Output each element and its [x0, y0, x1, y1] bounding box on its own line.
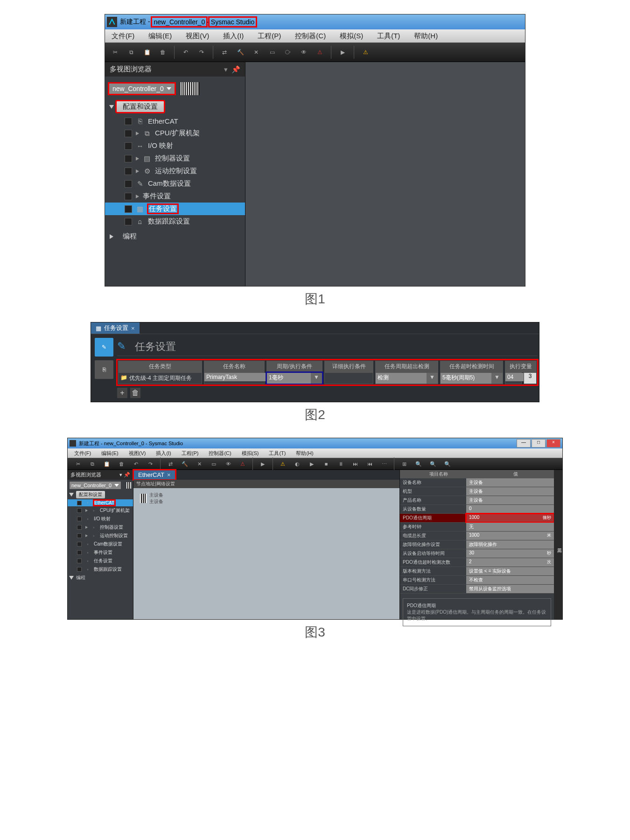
controller-selector[interactable]: new_Controller_0	[70, 482, 121, 489]
overrun-dropdown[interactable]: 检测	[376, 373, 427, 384]
prop-value[interactable]: 主设备	[466, 487, 554, 496]
dropdown-icon[interactable]: ▼	[491, 373, 503, 384]
paste-icon[interactable]: 📋	[140, 46, 154, 59]
prop-value[interactable]: 不检查	[466, 576, 554, 584]
tool-icon[interactable]: 🔨	[178, 457, 191, 470]
tree-item[interactable]: ▫CPU/扩展机架	[68, 506, 133, 515]
menu-tools[interactable]: 工具(T)	[374, 31, 403, 42]
menu-help[interactable]: 帮助(H)	[411, 31, 441, 42]
tool-icon[interactable]: ✕	[193, 457, 206, 470]
transfer-icon[interactable]: ⇄	[218, 46, 231, 59]
menu-file[interactable]: 文件(F)	[109, 31, 137, 42]
prop-value[interactable]: 主设备	[466, 478, 554, 487]
menu-simulate[interactable]: 模拟(S)	[239, 449, 262, 458]
menu-simulate[interactable]: 模拟(S)	[337, 31, 366, 42]
tool-icon[interactable]: 📋	[100, 457, 113, 470]
prop-value[interactable]: 主设备	[466, 496, 554, 504]
tree-item[interactable]: ▫EtherCAT	[68, 499, 133, 506]
prop-value[interactable]: 30秒	[466, 549, 554, 558]
delete-button[interactable]: 🗑	[130, 388, 140, 398]
tree-item[interactable]: ⎘EtherCAT	[105, 115, 245, 127]
toolbox-tab[interactable]: 工具箱	[554, 470, 562, 619]
menu-help[interactable]: 帮助(H)	[293, 449, 316, 458]
prop-value[interactable]: 0	[466, 505, 554, 513]
master-device[interactable]: 主设备主设备	[135, 490, 398, 507]
task-name-input[interactable]	[204, 373, 268, 381]
cut-icon[interactable]: ✂	[109, 46, 122, 59]
menu-project[interactable]: 工程(P)	[255, 31, 284, 42]
menu-edit[interactable]: 编辑(E)	[98, 449, 121, 458]
dropdown-icon[interactable]: ▼	[427, 373, 438, 384]
controller-selector[interactable]: new_Controller_0	[109, 82, 241, 95]
tree-item[interactable]: ▤控制器设置	[105, 152, 245, 165]
menu-view[interactable]: 视图(V)	[183, 31, 212, 42]
menu-insert[interactable]: 插入(I)	[153, 449, 174, 458]
tab-task-settings[interactable]: ▦任务设置 ×	[91, 322, 140, 334]
prop-value[interactable]: 1000微秒	[466, 514, 554, 522]
menu-edit[interactable]: 编辑(E)	[146, 31, 175, 42]
tool-icon[interactable]: ⏮	[363, 457, 376, 470]
menu-project[interactable]: 工程(P)	[179, 449, 202, 458]
tool-icon[interactable]: ⊞	[398, 457, 411, 470]
tool-icon[interactable]: ⏸	[334, 457, 347, 470]
zoom-icon[interactable]: 🔍	[427, 457, 440, 470]
prop-value[interactable]: 无	[466, 523, 554, 531]
zoom-icon[interactable]: 🔍	[412, 457, 425, 470]
prop-value[interactable]: 故障弱化操作	[466, 540, 554, 549]
tree-item[interactable]: ▫控制器设置	[68, 523, 133, 532]
tree-item[interactable]: ▫I/O 映射	[68, 515, 133, 523]
binoculars-icon[interactable]: 👁	[297, 46, 310, 59]
tool-icon[interactable]: ⇄	[164, 457, 177, 470]
tool-icon[interactable]: ▭	[207, 457, 220, 470]
tool-icon[interactable]: ⧉	[86, 457, 99, 470]
edit-button[interactable]: ✎	[95, 338, 113, 357]
tool-icon[interactable]: ✂	[71, 457, 84, 470]
prop-value[interactable]: 禁用从设备监控选项	[466, 585, 554, 593]
tool-icon[interactable]: ■	[320, 457, 333, 470]
menu-view[interactable]: 视图(V)	[126, 449, 149, 458]
menu-insert[interactable]: 插入(I)	[220, 31, 246, 42]
timeout-dropdown[interactable]: 5毫秒(周期5)	[441, 373, 491, 384]
tool-icon[interactable]: ▶	[305, 457, 318, 470]
tool-icon[interactable]: ↶	[129, 457, 142, 470]
tree-item[interactable]: ⚙运动控制设置	[105, 165, 245, 177]
add-button[interactable]: +	[117, 388, 127, 398]
copy-icon[interactable]: ⧉	[125, 46, 138, 59]
menu-tools[interactable]: 工具(T)	[266, 449, 288, 458]
menu-controller[interactable]: 控制器(C)	[206, 449, 234, 458]
tree-item[interactable]: ▫Cam数据设置	[68, 540, 133, 548]
tree-item[interactable]: ▫运动控制设置	[68, 532, 133, 540]
minimize-button[interactable]: —	[517, 439, 531, 448]
zoom-icon[interactable]: 🔍	[441, 457, 454, 470]
tree-item[interactable]: ✎Cam数据设置	[105, 177, 245, 190]
warning-icon[interactable]: ⚠	[359, 46, 372, 59]
prop-value[interactable]: 2次	[466, 558, 554, 567]
period-dropdown[interactable]: 1毫秒	[267, 373, 311, 384]
settings-button[interactable]: ⎘	[95, 360, 113, 379]
undo-icon[interactable]: ↶	[179, 46, 192, 59]
tool-icon[interactable]: ✕	[250, 46, 263, 59]
close-button[interactable]: ×	[546, 439, 560, 448]
tree-category-config[interactable]: 配置和设置	[110, 101, 240, 112]
tool-icon[interactable]: ⧂	[281, 46, 294, 59]
close-icon[interactable]: ×	[131, 325, 135, 332]
redo-icon[interactable]: ↷	[195, 46, 208, 59]
tool-icon[interactable]: ↷	[144, 457, 157, 470]
tool-icon[interactable]: ▶	[256, 457, 269, 470]
menu-controller[interactable]: 控制器(C)	[292, 31, 329, 42]
tool-icon[interactable]: ⚠	[236, 457, 249, 470]
tree-item[interactable]: ▫任务设置	[68, 557, 133, 565]
prop-value[interactable]: 1000米	[466, 532, 554, 540]
tree-category-programming[interactable]: 编程	[110, 231, 240, 242]
var1-input[interactable]	[505, 373, 525, 381]
tree-item[interactable]: ⩍数据跟踪设置	[105, 215, 245, 228]
tool-icon[interactable]: ⋯	[378, 457, 391, 470]
tool-icon[interactable]: ◐	[291, 457, 304, 470]
tool-icon[interactable]: ⚠	[276, 457, 289, 470]
prop-value[interactable]: 设置值 < = 实际设备	[466, 567, 554, 575]
tree-item[interactable]: ▦任务设置	[105, 203, 245, 215]
tool-icon[interactable]: ⏭	[349, 457, 362, 470]
build-icon[interactable]: 🔨	[234, 46, 247, 59]
tree-item[interactable]: 事件设置	[105, 190, 245, 203]
tree-item[interactable]: ▫事件设置	[68, 548, 133, 557]
